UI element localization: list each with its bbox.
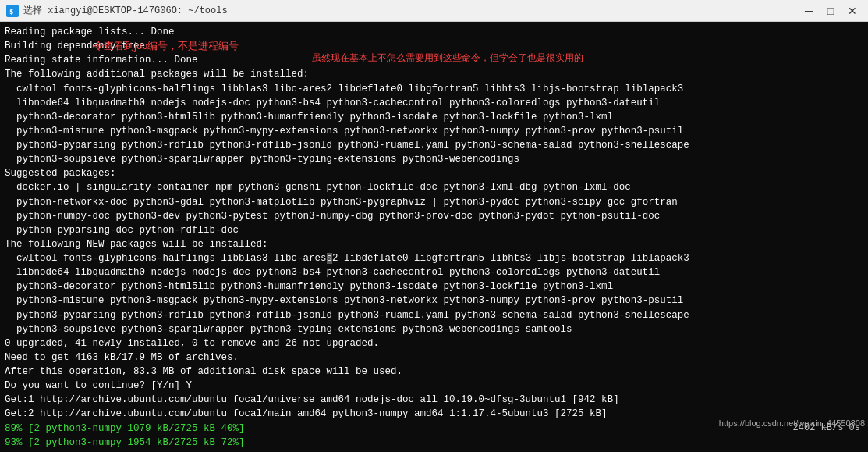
terminal-line: python3-mistune python3-msgpack python3-… <box>5 124 863 138</box>
terminal-line: cwltool fonts-glyphicons-halflings libbl… <box>5 82 863 96</box>
title-bar-left: $ 选择 xiangyi@DESKTOP-147G06O: ~/tools <box>6 4 228 17</box>
terminal-line: python-networkx-doc python3-gdal python3… <box>5 195 863 209</box>
terminal-line: Reading state information... Done <box>5 53 863 67</box>
terminal-line: After this operation, 83.3 MB of additio… <box>5 365 863 379</box>
progress-row-1: 89% [2 python3-numpy 1079 kB/2725 kB 40%… <box>5 422 863 436</box>
progress-line-2: 93% [2 python3-numpy 1954 kB/2725 kB 72%… <box>5 436 245 450</box>
terminal-line: libnode64 libquadmath0 nodejs nodejs-doc… <box>5 265 863 279</box>
terminal-line: python-pyparsing-doc python-rdflib-doc <box>5 223 863 237</box>
terminal-line: python3-mistune python3-msgpack python3-… <box>5 294 863 308</box>
minimize-button[interactable]: ─ <box>799 3 818 19</box>
terminal-window[interactable]: Reading package lists... Done 令查看到job编号，… <box>0 22 868 452</box>
terminal-icon: $ <box>6 5 19 17</box>
progress-line-1: 89% [2 python3-numpy 1079 kB/2725 kB 40%… <box>5 422 245 436</box>
terminal-line: Do you want to continue? [Y/n] Y <box>5 379 863 393</box>
terminal-line: python3-pyparsing python3-rdflib python3… <box>5 308 863 322</box>
close-button[interactable]: ✕ <box>843 3 862 19</box>
terminal-line: Suggested packages: <box>5 166 863 180</box>
svg-text:$: $ <box>9 8 13 16</box>
terminal-line: docker.io | singularity-container npm py… <box>5 180 863 194</box>
progress-row-2: 93% [2 python3-numpy 1954 kB/2725 kB 72%… <box>5 436 863 450</box>
terminal-line: Need to get 4163 kB/17.9 MB of archives. <box>5 351 863 365</box>
terminal-line: The following NEW packages will be insta… <box>5 237 863 251</box>
terminal-line: python3-decorator python3-html5lib pytho… <box>5 110 863 124</box>
terminal-line: python3-soupsieve python3-sparqlwrapper … <box>5 152 863 166</box>
terminal-line: The following additional packages will b… <box>5 67 863 81</box>
terminal-line: python3-pyparsing python3-rdflib python3… <box>5 138 863 152</box>
maximize-button[interactable]: □ <box>821 3 840 19</box>
terminal-line: python3-decorator python3-html5lib pytho… <box>5 279 863 294</box>
terminal-line: Reading package lists... Done <box>5 25 863 39</box>
terminal-line: libnode64 libquadmath0 nodejs nodejs-doc… <box>5 96 863 110</box>
terminal-line: Get:1 http://archive.ubuntu.com/ubuntu f… <box>5 393 863 407</box>
download-speed: 2402 kB/s 0s <box>793 422 863 435</box>
terminal-line: Get:2 http://archive.ubuntu.com/ubuntu f… <box>5 407 863 421</box>
terminal-line: 0 upgraded, 41 newly installed, 0 to rem… <box>5 336 863 351</box>
title-bar: $ 选择 xiangyi@DESKTOP-147G06O: ~/tools ─ … <box>0 0 868 22</box>
window-controls: ─ □ ✕ <box>799 3 862 19</box>
terminal-line: python3-soupsieve python3-sparqlwrapper … <box>5 322 863 336</box>
terminal-line: Building dependency tree <box>5 39 863 53</box>
window-title: 选择 xiangyi@DESKTOP-147G06O: ~/tools <box>23 4 228 17</box>
terminal-line: cwltool fonts-glyphicons-halflings libbl… <box>5 251 863 265</box>
terminal-line: python-numpy-doc python3-dev python3-pyt… <box>5 209 863 223</box>
